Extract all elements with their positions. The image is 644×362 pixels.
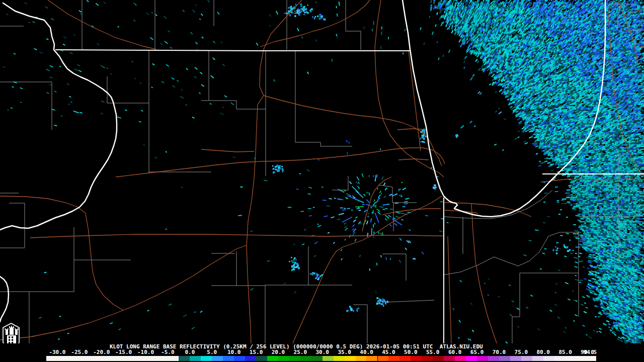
scale-tick-label: 60.0: [444, 349, 466, 355]
water-lines: [0, 0, 605, 322]
scale-tick-label: 70.0: [488, 349, 510, 355]
colorbar-segment: [510, 356, 532, 361]
colorbar-segment: [532, 356, 554, 361]
colorbar-segment: [422, 356, 444, 361]
scale-tick-label: -30.0: [46, 349, 68, 355]
scale-tick-label: 25.0: [289, 349, 311, 355]
colorbar-segment: [201, 356, 223, 361]
wi-il-border: [55, 50, 411, 51]
colorbar-segment: [399, 356, 422, 361]
scale-tick-label: 85.0: [554, 349, 577, 355]
colorbar-segment: [46, 356, 179, 361]
lake-michigan-shoreline: [403, 0, 605, 217]
scale-tick-label: -5.0: [157, 349, 179, 355]
colorbar-segment: [356, 356, 378, 361]
colorbar-segment: [488, 356, 510, 361]
scale-tick-label: -25.0: [68, 349, 91, 355]
colorbar-segment: [245, 356, 267, 361]
colorbar-segment: [466, 356, 488, 361]
scale-tick-label: 80.0: [532, 349, 554, 355]
colorbar-segment: [179, 356, 201, 361]
colorbar-segment: [223, 356, 245, 361]
colorbar-segment: [554, 356, 577, 361]
scale-tick-label: 94.5: [579, 349, 601, 355]
colorbar-segment: [444, 356, 466, 361]
colorbar-scale-labels: -30.0-25.0-20.0-15.0-10.0-5.00.05.010.01…: [0, 349, 644, 355]
colorbar-segment: [311, 356, 334, 361]
scale-tick-label: 55.0: [422, 349, 444, 355]
mississippi-river-lower: [0, 277, 9, 322]
scale-tick-label: 65.0: [466, 349, 488, 355]
scale-tick-label: 15.0: [245, 349, 267, 355]
scale-tick-label: 30.0: [311, 349, 334, 355]
scale-tick-label: 20.0: [267, 349, 289, 355]
scale-tick-label: 10.0: [223, 349, 245, 355]
radar-display: NIU KLOT LONG RANGE BASE REFLECTIVITY (0…: [0, 0, 644, 362]
scale-tick-label: -10.0: [135, 349, 157, 355]
colorbar-segment: [267, 356, 289, 361]
mississippi-river: [0, 3, 117, 230]
basemap-layer: [0, 0, 644, 347]
colorbar-segment: [334, 356, 356, 361]
scale-tick-label: 5.0: [201, 349, 223, 355]
state-border-lines: [55, 50, 644, 343]
reflectivity-colorbar: [0, 356, 644, 361]
scale-tick-label: 50.0: [399, 349, 422, 355]
colorbar-segment: [378, 356, 400, 361]
scale-tick-label: 40.0: [356, 349, 378, 355]
scale-tick-label: 75.0: [510, 349, 532, 355]
scale-tick-label: -20.0: [91, 349, 113, 355]
colorbar-segment: [289, 356, 311, 361]
scale-tick-label: 45.0: [378, 349, 400, 355]
scale-tick-label: -15.0: [113, 349, 135, 355]
status-bar: KLOT LONG RANGE BASE REFLECTIVITY (0.25K…: [0, 343, 644, 362]
scale-tick-label: 35.0: [334, 349, 356, 355]
colorbar-segment: [577, 356, 597, 361]
scale-tick-label: 0.0: [179, 349, 201, 355]
